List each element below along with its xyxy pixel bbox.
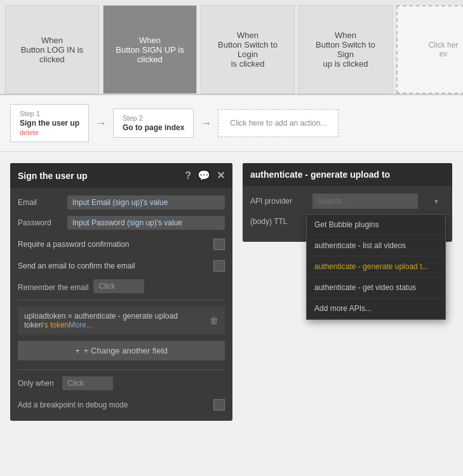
change-field-button[interactable]: + + Change another field xyxy=(18,341,225,360)
token-authenticate: authenticate - generate upload xyxy=(74,312,178,321)
left-panel-title: Sign the user up xyxy=(18,171,88,181)
remember-email-click[interactable]: Click xyxy=(93,279,144,293)
add-action-btn[interactable]: Click here to add an action... xyxy=(218,109,339,137)
remember-email-label: Remember the email xyxy=(18,281,88,292)
require-password-text: Require a password confirmation xyxy=(18,240,129,249)
trigger-log-in[interactable]: When Button LOG IN is clicked xyxy=(5,5,99,94)
trigger-switch-login[interactable]: When Button Switch to Login is clicked xyxy=(201,5,295,94)
email-row: Email Input Email (sign up)'s value xyxy=(18,195,225,209)
debug-text: Add a breakpoint in debug mode xyxy=(18,400,128,409)
email-label: Email xyxy=(18,195,62,207)
debug-checkbox[interactable] xyxy=(213,399,225,411)
step-2-label: Step 2 xyxy=(123,114,184,122)
dropdown-item-gen-upload[interactable]: authenticate - generate upload t... xyxy=(307,256,445,277)
panels: Sign the user up ? 💬 ✕ Email Input Email… xyxy=(0,152,463,432)
password-label: Password xyxy=(18,216,62,227)
dropdown-item-list-videos[interactable]: authenticate - list all videos xyxy=(307,235,445,256)
dropdown-item-add-apis[interactable]: Add more APIs... xyxy=(307,298,445,319)
only-when-label: Only when xyxy=(18,379,56,388)
left-panel-icons: ? 💬 ✕ xyxy=(185,169,225,182)
dropdown-arrow-icon: ▼ xyxy=(433,198,440,205)
step-bar: Step 1 Sign the user up delete → Step 2 … xyxy=(0,95,463,152)
token-key: uploadtoken = xyxy=(24,312,72,321)
require-password-row: Require a password confirmation xyxy=(18,236,225,253)
trigger-click-her[interactable]: Click her ev xyxy=(396,5,463,94)
api-provider-label: API provider xyxy=(250,197,307,206)
step-arrow-2: → xyxy=(200,117,211,130)
search-wrapper: ▼ xyxy=(312,194,445,209)
dropdown-item-video-status[interactable]: authenticate - get video status xyxy=(307,277,445,298)
debug-row: Add a breakpoint in debug mode xyxy=(18,397,225,413)
token-more[interactable]: More... xyxy=(69,321,92,329)
step-1-delete[interactable]: delete xyxy=(20,129,79,136)
step-1-title: Sign the user up xyxy=(20,119,79,128)
step-1-label: Step 1 xyxy=(20,110,79,117)
password-row: Password Input Password (sign up)'s valu… xyxy=(18,216,225,230)
right-panel-title: authenticate - generate upload to xyxy=(250,169,390,180)
send-email-checkbox[interactable] xyxy=(213,260,225,272)
close-icon[interactable]: ✕ xyxy=(217,169,225,182)
step-arrow-1: → xyxy=(95,117,107,130)
token-highlight: 's token xyxy=(43,321,69,329)
trigger-bar: When Button LOG IN is clicked When Butto… xyxy=(0,0,463,95)
token-text: uploadtoken = authenticate - generate up… xyxy=(24,312,210,329)
change-field-label: + Change another field xyxy=(84,346,168,355)
token-word: token xyxy=(24,321,43,329)
divider-2 xyxy=(18,369,225,370)
only-when-row: Only when Click xyxy=(18,376,225,390)
step-1-box[interactable]: Step 1 Sign the user up delete xyxy=(10,104,89,142)
trash-icon[interactable]: 🗑 xyxy=(210,315,218,326)
api-dropdown: Get Bubble plugins authenticate - list a… xyxy=(306,214,446,320)
body-ttl-label: (body) TTL xyxy=(250,217,307,226)
send-email-text: Send an email to confirm the email xyxy=(18,261,135,270)
right-panel: authenticate - generate upload to API pr… xyxy=(243,163,452,242)
change-field-plus: + xyxy=(75,346,80,355)
divider-1 xyxy=(18,300,225,300)
left-panel-body: Email Input Email (sign up)'s value Pass… xyxy=(10,188,232,421)
api-provider-row: API provider ▼ xyxy=(250,194,445,209)
step-2-box[interactable]: Step 2 Go to page index xyxy=(113,109,194,138)
left-panel-header: Sign the user up ? 💬 ✕ xyxy=(10,163,232,188)
send-email-row: Send an email to confirm the email xyxy=(18,258,225,274)
only-when-click[interactable]: Click xyxy=(62,376,113,390)
dropdown-item-get-bubble[interactable]: Get Bubble plugins xyxy=(307,215,445,235)
left-panel: Sign the user up ? 💬 ✕ Email Input Email… xyxy=(10,163,232,421)
step-2-title: Go to page index xyxy=(123,123,184,132)
trigger-sign-up[interactable]: When Button SIGN UP is clicked xyxy=(103,5,197,94)
chat-icon[interactable]: 💬 xyxy=(198,169,210,182)
email-value[interactable]: Input Email (sign up)'s value xyxy=(67,195,225,209)
help-icon[interactable]: ? xyxy=(185,170,191,182)
right-panel-body: API provider ▼ (body) TTL Get Bubble plu… xyxy=(243,186,452,242)
upload-token-row: uploadtoken = authenticate - generate up… xyxy=(18,307,225,334)
api-search-input[interactable] xyxy=(312,194,418,209)
password-value[interactable]: Input Password (sign up)'s value xyxy=(67,216,225,230)
right-panel-header: authenticate - generate upload to xyxy=(243,163,452,186)
trigger-switch-signup[interactable]: When Button Switch to Sign up is clicked xyxy=(299,5,393,94)
remember-email-row: Remember the email Click xyxy=(18,279,225,293)
require-password-checkbox[interactable] xyxy=(213,239,225,250)
